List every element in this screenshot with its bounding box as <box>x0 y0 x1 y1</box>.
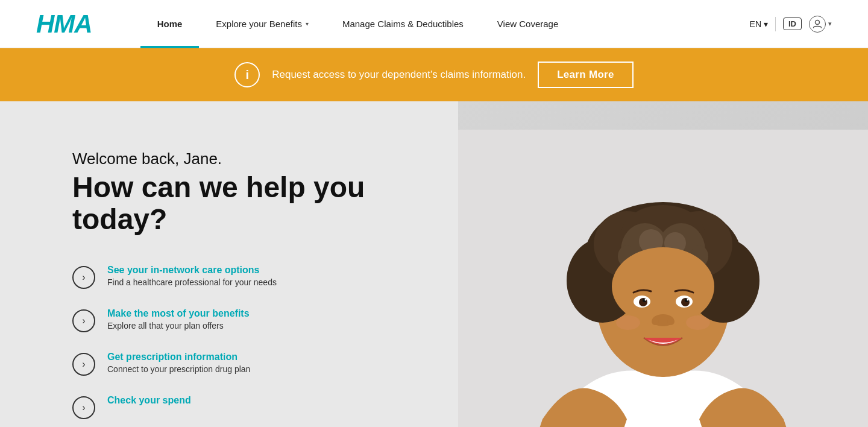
header: HMA Home Explore your Benefits ▾ Manage … <box>0 0 868 48</box>
action-list: › See your in-network care options Find … <box>72 265 422 419</box>
main-nav: Home Explore your Benefits ▾ Manage Clai… <box>140 0 750 48</box>
svg-point-17 <box>612 247 714 326</box>
chevron-down-icon: ▾ <box>306 21 309 27</box>
hero-image <box>458 101 868 427</box>
welcome-message: Welcome back, Jane. <box>72 150 422 168</box>
action-title-prescription: Get prescription information <box>107 352 250 362</box>
hero-section: Welcome back, Jane. How can we help you … <box>0 101 868 427</box>
nav-item-benefits[interactable]: Explore your Benefits ▾ <box>199 0 326 48</box>
logo[interactable]: HMA <box>36 10 92 39</box>
action-item-benefits[interactable]: › Make the most of your benefits Explore… <box>72 308 422 332</box>
action-desc-care: Find a healthcare professional for your … <box>107 277 277 287</box>
svg-point-29 <box>616 315 640 330</box>
nav-item-coverage[interactable]: View Coverage <box>480 0 575 48</box>
arrow-icon: › <box>72 353 95 376</box>
arrow-icon: › <box>72 396 95 419</box>
divider <box>775 17 776 31</box>
svg-point-24 <box>645 299 647 300</box>
svg-point-25 <box>687 299 689 300</box>
arrow-icon: › <box>72 309 95 332</box>
chevron-down-icon: ▾ <box>828 20 832 28</box>
arrow-icon: › <box>72 266 95 289</box>
svg-point-30 <box>686 315 710 330</box>
svg-point-28 <box>667 318 675 325</box>
user-menu[interactable]: ▾ <box>809 16 832 33</box>
svg-point-0 <box>816 20 820 24</box>
info-icon: i <box>234 62 260 87</box>
action-title-care: See your in-network care options <box>107 265 277 276</box>
info-banner: i Request access to your dependent's cla… <box>0 48 868 101</box>
banner-message: Request access to your dependent's claim… <box>272 69 526 81</box>
header-right: EN ▾ ID ▾ <box>750 16 832 33</box>
learn-more-button[interactable]: Learn More <box>538 62 634 88</box>
page-headline: How can we help you today? <box>72 172 422 236</box>
action-desc-benefits: Explore all that your plan offers <box>107 321 224 331</box>
nav-item-home[interactable]: Home <box>140 0 200 48</box>
id-badge[interactable]: ID <box>783 17 802 30</box>
nav-item-claims[interactable]: Manage Claims & Deductibles <box>326 0 480 48</box>
action-item-care[interactable]: › See your in-network care options Find … <box>72 265 422 289</box>
user-avatar-icon <box>809 16 826 33</box>
hero-content: Welcome back, Jane. How can we help you … <box>0 101 422 427</box>
action-desc-prescription: Connect to your prescription drug plan <box>107 364 250 374</box>
action-item-spend[interactable]: › Check your spend <box>72 395 422 419</box>
chevron-down-icon: ▾ <box>764 19 768 29</box>
svg-point-27 <box>652 318 659 325</box>
action-item-prescription[interactable]: › Get prescription information Connect t… <box>72 352 422 376</box>
action-title-spend: Check your spend <box>107 395 191 406</box>
action-title-benefits: Make the most of your benefits <box>107 308 250 319</box>
language-selector[interactable]: EN ▾ <box>750 19 768 29</box>
